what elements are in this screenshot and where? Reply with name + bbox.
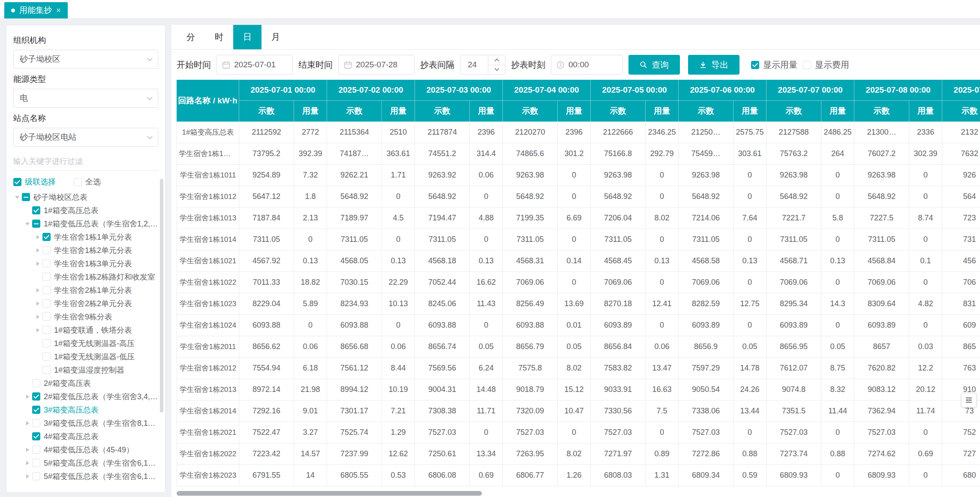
tree-item[interactable]: 学生宿舍1栋1单元分表 [13,230,158,244]
tree-checkbox[interactable] [42,286,51,294]
tree-item[interactable]: 学生宿舍2栋2单元分表 [13,297,158,310]
tab-分[interactable]: 分 [177,25,205,49]
tree-item-label[interactable]: 2#箱变低压总表（学生宿舍3,4,5栋） [44,392,158,402]
table-horizontal-scrollbar[interactable] [177,491,482,496]
tree-checkbox[interactable] [32,446,40,454]
tree-checkbox[interactable] [32,206,40,214]
tree-checkbox[interactable] [22,193,30,201]
interval-input[interactable]: 24 [460,55,505,75]
tree-item-label[interactable]: 1#箱变温湿度控制器 [54,365,124,375]
show-cost-checkbox[interactable] [803,61,811,69]
tree-item[interactable]: 1#箱变无线测温器-高压 [13,337,158,350]
tree-item-label[interactable]: 1#箱变无线测温器-低压 [54,352,135,362]
tree-checkbox[interactable] [32,432,40,440]
tree-item-label[interactable]: 4#箱变高压总表 [44,431,99,442]
tree-item-label[interactable]: 学生宿舍1栋1单元分表 [54,232,132,242]
expand-arrow-icon[interactable] [35,234,42,241]
tree-item-label[interactable]: 学生宿舍1栋2单元分表 [54,245,132,256]
tree-item[interactable]: 砂子坳校区总表 [13,190,158,204]
tree-item-label[interactable]: 学生宿舍1栋2栋路灯和收发室 [54,272,155,282]
tab-日[interactable]: 日 [233,25,262,49]
tab-月[interactable]: 月 [262,25,290,49]
tree-item-label[interactable]: 5#箱变低压总表（学生宿舍6,10,12） [44,471,158,482]
tree-item[interactable]: 4#箱变高压总表 [13,430,158,443]
expand-arrow-icon[interactable] [24,220,31,227]
tree-item[interactable]: 5#箱变低压总表（学生宿舍6,10,12） [13,470,158,483]
tree-item[interactable]: 1#箱变联通，铁塔分表 [13,323,158,337]
expand-arrow-icon[interactable] [14,194,21,201]
tree-checkbox[interactable] [42,366,51,374]
tree-item[interactable]: 2#箱变低压总表（学生宿舍3,4,5栋） [13,390,158,403]
tree-item-label[interactable]: 学生宿舍2栋2单元分表 [54,298,132,309]
tree-checkbox[interactable] [42,326,51,334]
expand-arrow-icon[interactable] [35,247,42,254]
tree-item[interactable]: 1#箱变温湿度控制器 [13,363,158,377]
tree-checkbox[interactable] [32,472,40,480]
tree-item-label[interactable]: 学生宿舍9栋分表 [54,312,112,322]
tree-checkbox[interactable] [32,406,40,414]
tree-item[interactable]: 4#箱变低压总表（45-49） [13,443,158,456]
expand-arrow-icon[interactable] [35,313,42,320]
tree-item[interactable]: 学生宿舍9栋分表 [13,310,158,323]
export-button[interactable]: 导出 [688,55,740,75]
tree-checkbox[interactable] [32,419,40,427]
expand-arrow-icon[interactable] [35,287,42,294]
tree-checkbox[interactable] [42,246,51,254]
tree-item-label[interactable]: 5#箱变高压总表（学生宿舍6,10,12） [44,458,158,468]
tree-filter-input[interactable] [13,153,158,171]
tree-item[interactable]: 2#箱变高压表 [13,377,158,390]
tree-checkbox[interactable] [42,339,51,347]
app-tab-energy-reading[interactable]: 用能集抄 × [4,2,68,18]
read-time-input[interactable]: 00:00 [551,55,623,75]
expand-arrow-icon[interactable] [35,300,42,307]
tree-item[interactable]: 1#箱变低压总表（学生宿舍1,2,9栋） [13,217,158,230]
tree-item[interactable]: 1#箱变无线测温器-低压 [13,350,158,363]
energy-type-select[interactable]: 电 [13,89,158,108]
show-usage-checkbox[interactable] [751,61,759,69]
tree-item-label[interactable]: 学生宿舍2栋1单元分表 [54,285,132,295]
expand-arrow-icon[interactable] [24,446,31,453]
tree-checkbox[interactable] [42,259,51,268]
tree-item-label[interactable]: 3#箱变高压总表 [44,405,99,415]
tree-checkbox[interactable] [42,233,51,241]
tree-checkbox[interactable] [32,459,40,467]
cascade-select-checkbox[interactable] [13,178,21,186]
tree-item[interactable]: 学生宿舍2栋1单元分表 [13,283,158,297]
stepper-down-button[interactable] [488,65,505,75]
tree-item-label[interactable]: 4#箱变低压总表（45-49） [44,445,134,455]
expand-arrow-icon[interactable] [24,460,31,467]
tree-item[interactable]: 5#箱变高压总表（学生宿舍6,10,12） [13,456,158,470]
expand-arrow-icon[interactable] [24,393,31,400]
tree-item-label[interactable]: 3#箱变低压总表（学生宿舍8,11栋， [44,418,158,428]
tab-时[interactable]: 时 [205,25,233,49]
tree-checkbox[interactable] [32,220,40,228]
tree-item-label[interactable]: 1#箱变联通，铁塔分表 [54,325,132,335]
expand-arrow-icon[interactable] [24,420,31,427]
sidebar-vertical-scrollbar[interactable] [160,179,163,413]
org-select[interactable]: 砂子坳校区 [13,50,158,69]
expand-arrow-icon[interactable] [35,260,42,267]
tree-item-label[interactable]: 学生宿舍1栋3单元分表 [54,259,132,269]
query-button[interactable]: 查询 [628,55,680,75]
end-date-input[interactable]: 2025-07-28 [338,55,415,75]
tree-checkbox[interactable] [32,392,40,401]
tree-checkbox[interactable] [32,379,40,387]
tree-item-label[interactable]: 2#箱变高压表 [44,378,91,389]
expand-arrow-icon[interactable] [35,327,42,334]
tree-item[interactable]: 学生宿舍1栋2栋路灯和收发室 [13,270,158,283]
stepper-up-button[interactable] [488,55,505,65]
column-settings-button[interactable] [961,393,977,407]
tree-checkbox[interactable] [42,299,51,307]
tree-item-label[interactable]: 砂子坳校区总表 [33,192,87,202]
start-date-input[interactable]: 2025-07-01 [216,55,293,75]
tree-item[interactable]: 3#箱变高压总表 [13,403,158,416]
expand-arrow-icon[interactable] [24,473,31,480]
tree-item[interactable]: 学生宿舍1栋2单元分表 [13,244,158,257]
tree-item[interactable]: 3#箱变低压总表（学生宿舍8,11栋， [13,416,158,430]
tree-item[interactable]: 学生宿舍1栋3单元分表 [13,257,158,270]
select-all-checkbox[interactable] [74,178,82,186]
tree-item-label[interactable]: 1#箱变无线测温器-高压 [54,338,135,349]
tree-item-label[interactable]: 1#箱变低压总表（学生宿舍1,2,9栋） [44,219,158,229]
tree-checkbox[interactable] [42,313,51,321]
site-select[interactable]: 砂子坳校区电站 [13,128,158,147]
